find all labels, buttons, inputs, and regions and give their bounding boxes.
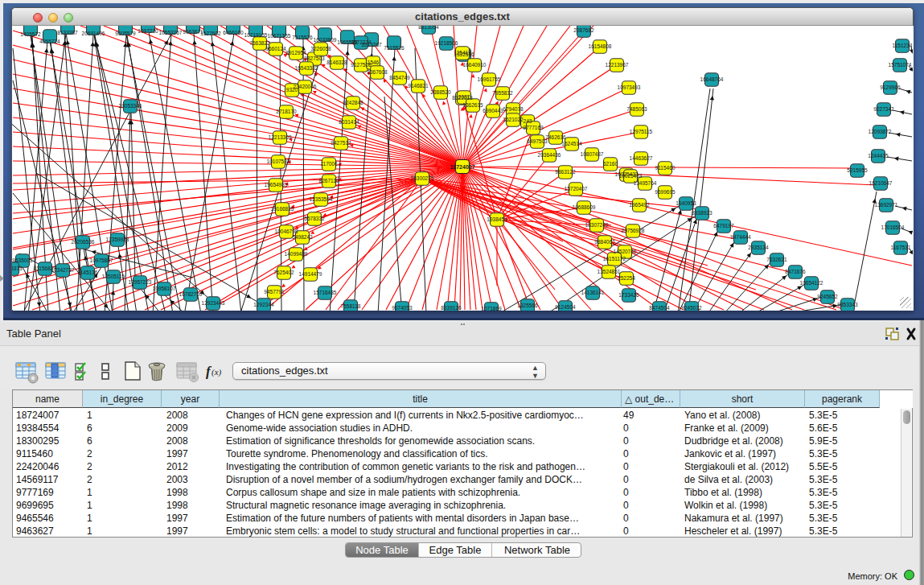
svg-text:9884067: 9884067	[594, 239, 615, 245]
svg-text:9115460: 9115460	[655, 165, 676, 171]
svg-text:3915373: 3915373	[12, 266, 23, 271]
svg-text:20206536: 20206536	[72, 239, 95, 245]
svg-text:1325566: 1325566	[517, 303, 538, 308]
svg-text:16648764: 16648764	[700, 76, 724, 82]
svg-text:9699695: 9699695	[655, 189, 676, 195]
svg-text:125419: 125419	[454, 50, 471, 56]
svg-text:1624514: 1624514	[561, 141, 582, 146]
svg-text:7632621: 7632621	[766, 257, 787, 262]
svg-text:1640953: 1640953	[676, 200, 696, 206]
svg-text:19166825: 19166825	[271, 206, 294, 212]
svg-text:9777169: 9777169	[523, 125, 544, 130]
svg-text:9474444: 9474444	[730, 234, 751, 240]
svg-text:14099489: 14099489	[285, 251, 308, 257]
svg-text:16154808: 16154808	[589, 43, 612, 49]
svg-text:17957223: 17957223	[129, 279, 152, 285]
svg-text:12353594: 12353594	[310, 196, 333, 202]
svg-text:9635001: 9635001	[12, 257, 33, 263]
svg-text:18307249: 18307249	[585, 222, 609, 228]
svg-text:10958107: 10958107	[153, 286, 176, 291]
svg-text:12342737: 12342737	[51, 267, 75, 273]
svg-text:8938923: 8938923	[692, 210, 713, 216]
svg-text:13495764: 13495764	[634, 180, 657, 186]
svg-text:2087682: 2087682	[573, 27, 594, 33]
svg-text:10719155: 10719155	[244, 32, 268, 38]
svg-text:3226058: 3226058	[310, 46, 331, 51]
svg-text:8474504: 8474504	[649, 305, 670, 311]
svg-text:6794078: 6794078	[503, 106, 524, 112]
svg-text:10807487: 10807487	[581, 151, 604, 157]
svg-text:3572274: 3572274	[351, 39, 372, 45]
svg-text:15720407: 15720407	[565, 186, 588, 192]
svg-text:117006: 117006	[320, 161, 338, 167]
svg-text:17016504: 17016504	[881, 225, 905, 230]
svg-text:5215955: 5215955	[847, 167, 868, 173]
svg-text:1527602: 1527602	[200, 31, 221, 36]
svg-text:9853343: 9853343	[837, 302, 858, 307]
svg-text:7515526: 7515526	[384, 45, 405, 51]
svg-text:16640910: 16640910	[463, 62, 487, 68]
svg-text:1405572: 1405572	[20, 31, 41, 37]
svg-text:10553267: 10553267	[159, 30, 183, 35]
svg-text:9605579: 9605579	[115, 31, 136, 36]
svg-text:16782759: 16782759	[179, 291, 203, 297]
svg-text:8133387: 8133387	[57, 30, 78, 35]
svg-text:25300275: 25300275	[411, 175, 434, 181]
svg-text:5498242: 5498242	[292, 234, 313, 240]
svg-text:9245012: 9245012	[681, 305, 702, 311]
svg-text:15751074: 15751074	[889, 62, 912, 68]
svg-text:2718170: 2718170	[276, 109, 297, 114]
svg-text:14520746: 14520746	[614, 249, 637, 254]
svg-text:2367608: 2367608	[367, 69, 388, 75]
svg-text:20053346: 20053346	[119, 103, 142, 109]
svg-text:10025433: 10025433	[619, 173, 643, 179]
svg-text:9129966: 9129966	[880, 84, 901, 90]
svg-text:2935134: 2935134	[748, 245, 769, 250]
svg-text:9242848: 9242848	[343, 100, 363, 105]
svg-text:10975887: 10975887	[90, 257, 113, 263]
svg-text:15716485: 15716485	[314, 290, 337, 295]
svg-text:1292344: 1292344	[253, 302, 274, 307]
svg-text:17359928: 17359928	[106, 237, 129, 242]
svg-text:2388520: 2388520	[430, 89, 451, 95]
svg-text:7485063: 7485063	[626, 106, 647, 112]
svg-text:20691406: 20691406	[82, 31, 105, 36]
svg-text:2037: 2037	[458, 94, 470, 100]
svg-text:1071869: 1071869	[481, 306, 502, 311]
svg-text:8639126: 8639126	[441, 305, 462, 311]
svg-text:5578332: 5578332	[304, 216, 325, 221]
svg-text:9124504: 9124504	[555, 304, 576, 310]
svg-text:6990443: 6990443	[483, 108, 503, 113]
svg-text:9827503: 9827503	[304, 56, 325, 61]
svg-text:8031414: 8031414	[339, 119, 359, 125]
svg-text:10973493: 10973493	[618, 84, 641, 90]
svg-text:16151172: 16151172	[603, 256, 626, 262]
svg-text:1997230: 1997230	[138, 28, 158, 34]
svg-text:12923443: 12923443	[202, 300, 225, 306]
svg-text:10107532: 10107532	[267, 159, 290, 164]
svg-text:6479197: 6479197	[713, 223, 734, 229]
svg-text:1145136: 1145136	[78, 270, 98, 275]
svg-text:9674053: 9674053	[392, 305, 413, 311]
svg-text:9457791: 9457791	[264, 289, 285, 295]
svg-text:10688609: 10688609	[573, 204, 596, 210]
svg-text:1965492: 1965492	[629, 202, 650, 208]
svg-text:(x): (x)	[211, 367, 222, 377]
svg-text:12213967: 12213967	[606, 62, 629, 68]
svg-text:9427512: 9427512	[331, 140, 351, 146]
svg-text:1938454: 1938454	[487, 216, 507, 222]
svg-text:9146821: 9146821	[408, 83, 429, 89]
svg-text:8813054: 8813054	[418, 26, 439, 30]
svg-text:12213369: 12213369	[269, 134, 292, 140]
svg-text:1362615: 1362615	[462, 102, 483, 108]
svg-text:18724007: 18724007	[450, 164, 474, 170]
svg-text:8912954: 8912954	[285, 50, 306, 56]
svg-text:6466160: 6466160	[223, 30, 244, 35]
svg-text:19654983: 19654983	[265, 182, 288, 187]
svg-text:16543382: 16543382	[295, 65, 318, 71]
svg-text:9320: 9320	[286, 87, 298, 93]
svg-text:7515526: 7515526	[292, 35, 313, 40]
svg-text:19218506: 19218506	[435, 40, 458, 46]
svg-text:1167531: 1167531	[891, 245, 911, 250]
svg-text:7625402: 7625402	[273, 270, 294, 275]
